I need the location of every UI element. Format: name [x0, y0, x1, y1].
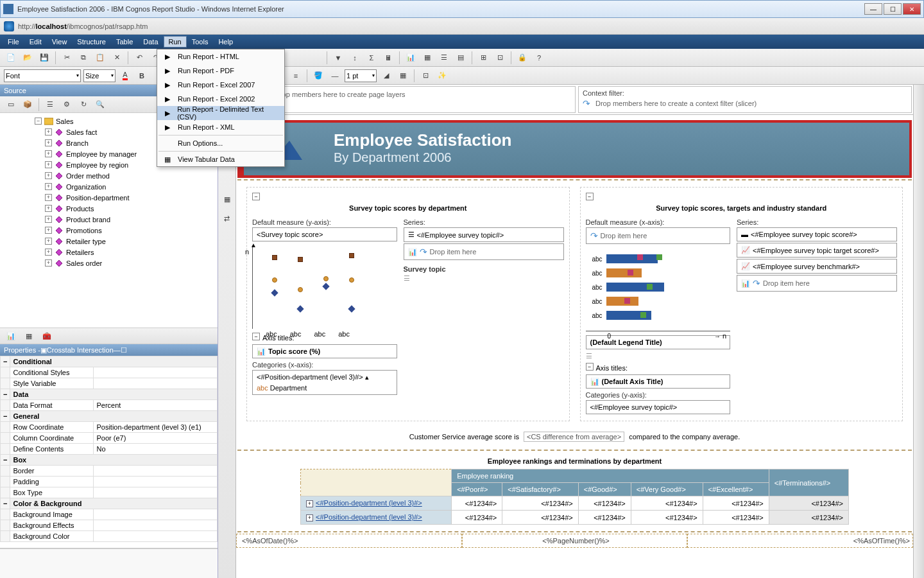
borders-button[interactable]: ▦ [396, 69, 410, 83]
expand-icon[interactable]: + [45, 216, 52, 223]
maximize-button[interactable]: ☐ [884, 3, 902, 15]
series-item[interactable]: 📈 <#Employee survey topic target score#> [737, 243, 897, 258]
collapse-icon[interactable]: − [35, 118, 42, 125]
tree-collapse-icon[interactable]: ▭ [4, 98, 18, 112]
menu-help[interactable]: Help [213, 36, 238, 48]
prop-row[interactable]: Padding [1, 477, 218, 487]
crosstab-row[interactable]: +<#Position-department (level 3)#> <#123… [301, 511, 849, 525]
ymeasure-dropzone[interactable]: <Survey topic score> [252, 227, 397, 241]
menu-run[interactable]: Run [164, 36, 187, 48]
open-button[interactable]: 📂 [21, 51, 35, 65]
sum-button[interactable]: Σ [364, 51, 379, 65]
report-header[interactable]: Employee Satisfaction By Department 2006 [237, 120, 912, 178]
footer-pagenum[interactable]: <%PageNumber()%> [462, 534, 688, 548]
tree-node[interactable]: +Organization [0, 181, 218, 192]
expand-icon[interactable]: + [45, 128, 52, 136]
tree-options-icon[interactable]: ⚙ [60, 98, 74, 112]
series-item[interactable]: 📈 <#Employee survey benchmark#> [737, 259, 897, 274]
group-toggle[interactable]: − [1, 455, 10, 466]
cell[interactable]: <#1234#> [578, 511, 631, 525]
prop-row[interactable]: Define ContentsNo [1, 444, 218, 455]
expand-icon[interactable]: + [45, 172, 52, 179]
calc-button[interactable]: 🖩 [381, 51, 395, 65]
layout-button[interactable]: ⊞ [476, 51, 490, 65]
headers-button[interactable]: ⊡ [493, 51, 507, 65]
categories-dropzone[interactable]: <#Position-department (level 3)#> ▴ abc … [252, 370, 397, 395]
tree-node[interactable]: +Retailers [0, 247, 218, 258]
cell[interactable]: <#1234#> [502, 511, 578, 525]
col-header[interactable]: <#Excellent#> [703, 483, 769, 496]
menu-structure[interactable]: Structure [72, 36, 111, 48]
lock-button[interactable]: 🔒 [515, 51, 529, 65]
prop-row[interactable]: Border [1, 466, 218, 477]
run-report-excel-2007[interactable]: ▶Run Report - Excel 2007 [157, 78, 284, 92]
col-header[interactable]: <#Good#> [578, 483, 631, 496]
note-text[interactable]: Customer Service average score is <CS di… [236, 433, 913, 441]
menu-data[interactable]: Data [138, 36, 163, 48]
page-button[interactable]: ▤ [454, 51, 468, 65]
fill-button[interactable]: 🪣 [311, 69, 325, 83]
crosstab-row[interactable]: +<#Position-department (level 3)#> <#123… [301, 496, 849, 511]
new-button[interactable]: 📄 [4, 51, 18, 65]
crosstab[interactable]: Employee ranking <#Terminations#> <#Poor… [300, 469, 849, 525]
style-button[interactable]: ✨ [435, 69, 449, 83]
crosstab-corner[interactable] [301, 469, 452, 496]
group-toggle[interactable]: − [1, 389, 10, 400]
group-toggle[interactable]: − [1, 411, 10, 422]
expand-icon[interactable]: + [45, 194, 52, 201]
expand-icon[interactable]: + [45, 249, 52, 256]
tree-node[interactable]: +Products [0, 203, 218, 214]
expand-icon[interactable]: + [306, 500, 313, 507]
tab-data-items-icon[interactable]: ▦ [22, 329, 36, 343]
cell[interactable]: <#1234#> [502, 496, 578, 511]
footer-asoftime[interactable]: <%AsOfTime()%> [687, 534, 913, 548]
run-options[interactable]: Run Options... [157, 136, 284, 150]
axis-title-value[interactable]: 📊 Topic score (%) [252, 344, 397, 358]
expand-icon[interactable]: + [45, 161, 52, 168]
context-filter-dropzone[interactable]: Context filter: ↷Drop members here to cr… [578, 86, 912, 113]
delete-button[interactable]: ✕ [110, 51, 124, 65]
tree-node[interactable]: +Promotions [0, 225, 218, 236]
font-color-button[interactable]: A [118, 69, 132, 83]
minimize-button[interactable]: — [864, 3, 882, 15]
close-button[interactable]: ✕ [903, 3, 921, 15]
run-report-html[interactable]: ▶Run Report - HTML [157, 49, 284, 64]
undo-button[interactable]: ↶ [132, 51, 146, 65]
align-button[interactable]: ≡ [289, 69, 303, 83]
axis-title-value[interactable]: 📊 (Default Axis Title) [586, 374, 731, 389]
list-button[interactable]: ☰ [437, 51, 451, 65]
sort-button[interactable]: ↕ [348, 51, 362, 65]
run-report-excel-2002[interactable]: ▶Run Report - Excel 2002 [157, 92, 284, 106]
group-toggle[interactable]: − [1, 356, 10, 367]
bold-button[interactable]: B [135, 69, 149, 83]
prop-row[interactable]: Background Effects [1, 520, 218, 531]
menu-file[interactable]: File [3, 36, 24, 48]
size-dropdown[interactable]: Size [83, 69, 116, 82]
copy-button[interactable]: ⧉ [76, 51, 90, 65]
save-button[interactable]: 💾 [37, 51, 51, 65]
expand-icon[interactable]: + [45, 183, 52, 190]
prop-row[interactable]: Data FormatPercent [1, 400, 218, 411]
prop-row[interactable]: Box Type [1, 487, 218, 498]
tree-node[interactable]: +Retailer type [0, 236, 218, 247]
line-pt-dropdown[interactable]: 1 pt [345, 69, 377, 82]
expand-icon[interactable]: + [45, 238, 52, 245]
run-report-csv[interactable]: ▶Run Report - Delimited Text (CSV) [157, 106, 284, 120]
tab-source-icon[interactable]: 📊 [4, 329, 18, 343]
tree-node[interactable]: +Position-department [0, 192, 218, 203]
refresh-icon[interactable]: ↻ [76, 98, 90, 112]
restore-pane-icon[interactable]: ☐ [121, 346, 127, 354]
side-tool-1[interactable]: ▦ [220, 192, 234, 206]
collapse-toggle[interactable]: − [252, 333, 260, 340]
cell-terminations[interactable]: <#1234#> [769, 511, 848, 525]
expand-icon[interactable]: + [45, 150, 52, 157]
menu-view[interactable]: View [47, 36, 73, 48]
group-toggle[interactable]: − [1, 498, 10, 509]
tree-node[interactable]: +Product brand [0, 214, 218, 225]
col-group-header[interactable]: Employee ranking [452, 469, 769, 483]
tab-toolbox-icon[interactable]: 🧰 [40, 329, 54, 343]
series-dropzone-2[interactable]: 📊 ↷Drop item here [404, 243, 564, 260]
prop-row[interactable]: Background Image [1, 509, 218, 520]
view-members-icon[interactable]: ☰ [43, 98, 57, 112]
series-item[interactable]: ▬ <#Employee survey topic score#> [737, 227, 897, 241]
